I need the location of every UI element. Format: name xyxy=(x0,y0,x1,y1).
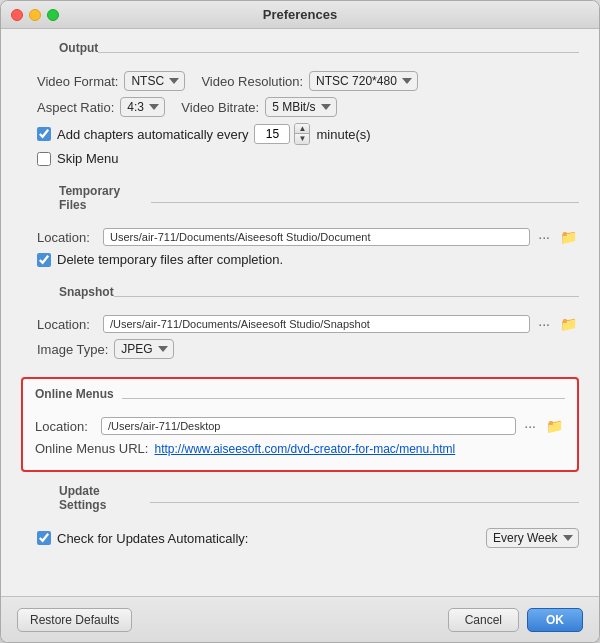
chapters-checkbox[interactable] xyxy=(37,127,51,141)
aspect-ratio-group: Aspect Ratio: 4:3 xyxy=(37,97,165,117)
snapshot-section: Snapshot Location: ··· 📁 Image Type: JPE… xyxy=(21,285,579,365)
content-area: Output Video Format: NTSC Video Resoluti… xyxy=(1,29,599,596)
online-menus-header: Online Menus xyxy=(35,387,114,401)
online-menus-folder-button[interactable]: 📁 xyxy=(544,418,565,434)
update-settings-header: Update Settings xyxy=(43,484,142,512)
online-menus-location-row: Location: ··· 📁 xyxy=(35,417,565,435)
online-menus-location-input[interactable] xyxy=(101,417,516,435)
video-resolution-group: Video Resolution: NTSC 720*480 xyxy=(201,71,418,91)
snapshot-dots-button[interactable]: ··· xyxy=(536,316,552,332)
aspect-bitrate-row: Aspect Ratio: 4:3 Video Bitrate: 5 MBit/… xyxy=(37,97,579,117)
temp-location-row: Location: ··· 📁 xyxy=(37,228,579,246)
snapshot-location-input[interactable] xyxy=(103,315,530,333)
video-bitrate-label: Video Bitrate: xyxy=(181,100,259,115)
temp-dots-button[interactable]: ··· xyxy=(536,229,552,245)
temp-folder-button[interactable]: 📁 xyxy=(558,229,579,245)
update-frequency-select[interactable]: Every Week xyxy=(486,528,579,548)
output-section: Output Video Format: NTSC Video Resoluti… xyxy=(21,41,579,172)
output-section-header: Output xyxy=(43,41,90,55)
online-menus-dots-button[interactable]: ··· xyxy=(522,418,538,434)
update-checkbox-text: Check for Updates Automatically: xyxy=(57,531,248,546)
update-checkbox-label[interactable]: Check for Updates Automatically: xyxy=(37,531,248,546)
cancel-button[interactable]: Cancel xyxy=(448,608,519,632)
image-type-label: Image Type: xyxy=(37,342,108,357)
delete-temp-label[interactable]: Delete temporary files after completion. xyxy=(37,252,283,267)
online-menus-location-label: Location: xyxy=(35,419,95,434)
aspect-ratio-label: Aspect Ratio: xyxy=(37,100,114,115)
temp-location-input[interactable] xyxy=(103,228,530,246)
minimize-button[interactable] xyxy=(29,9,41,21)
temp-location-label: Location: xyxy=(37,230,97,245)
video-bitrate-select[interactable]: 5 MBit/s xyxy=(265,97,337,117)
video-resolution-select[interactable]: NTSC 720*480 xyxy=(309,71,418,91)
skip-menu-label[interactable]: Skip Menu xyxy=(37,151,118,166)
close-button[interactable] xyxy=(11,9,23,21)
update-checkbox[interactable] xyxy=(37,531,51,545)
video-bitrate-group: Video Bitrate: 5 MBit/s xyxy=(181,97,337,117)
online-menus-url-link[interactable]: http://www.aiseesoft.com/dvd-creator-for… xyxy=(154,442,455,456)
video-format-label: Video Format: xyxy=(37,74,118,89)
ok-button[interactable]: OK xyxy=(527,608,583,632)
maximize-button[interactable] xyxy=(47,9,59,21)
snapshot-folder-button[interactable]: 📁 xyxy=(558,316,579,332)
image-type-select[interactable]: JPEG xyxy=(114,339,174,359)
traffic-lights xyxy=(11,9,59,21)
format-resolution-row: Video Format: NTSC Video Resolution: NTS… xyxy=(37,71,579,91)
delete-temp-checkbox[interactable] xyxy=(37,253,51,267)
snapshot-location-row: Location: ··· 📁 xyxy=(37,315,579,333)
snapshot-header: Snapshot xyxy=(43,285,106,299)
update-settings-group: Check for Updates Automatically: Every W… xyxy=(21,528,579,548)
chapters-label: Add chapters automatically every xyxy=(57,127,248,142)
chapters-number-input[interactable] xyxy=(254,124,290,144)
chapters-unit: minute(s) xyxy=(316,127,370,142)
output-group: Video Format: NTSC Video Resolution: NTS… xyxy=(21,71,579,166)
chapters-checkbox-label[interactable]: Add chapters automatically every xyxy=(37,127,248,142)
chapters-decrement-btn[interactable]: ▼ xyxy=(295,134,309,144)
restore-defaults-button[interactable]: Restore Defaults xyxy=(17,608,132,632)
right-buttons: Cancel OK xyxy=(448,608,583,632)
temp-files-section: Temporary Files Location: ··· 📁 Delete t… xyxy=(21,184,579,273)
video-format-select[interactable]: NTSC xyxy=(124,71,185,91)
online-menus-section: Online Menus Location: ··· 📁 Online Menu… xyxy=(21,377,579,472)
video-format-group: Video Format: NTSC xyxy=(37,71,185,91)
video-resolution-label: Video Resolution: xyxy=(201,74,303,89)
skip-menu-row: Skip Menu xyxy=(37,151,579,166)
snapshot-location-label: Location: xyxy=(37,317,97,332)
chapters-stepper: ▲ ▼ xyxy=(294,123,310,145)
bottom-bar: Restore Defaults Cancel OK xyxy=(1,596,599,642)
skip-menu-checkbox[interactable] xyxy=(37,152,51,166)
aspect-ratio-select[interactable]: 4:3 xyxy=(120,97,165,117)
online-menus-url-label: Online Menus URL: xyxy=(35,441,148,456)
chapters-input-group: ▲ ▼ xyxy=(254,123,310,145)
update-settings-section: Update Settings Check for Updates Automa… xyxy=(21,484,579,554)
temp-files-group: Location: ··· 📁 Delete temporary files a… xyxy=(21,228,579,267)
update-checkbox-row: Check for Updates Automatically: Every W… xyxy=(37,528,579,548)
skip-menu-text: Skip Menu xyxy=(57,151,118,166)
chapters-increment-btn[interactable]: ▲ xyxy=(295,124,309,134)
image-type-row: Image Type: JPEG xyxy=(37,339,579,359)
temp-files-header: Temporary Files xyxy=(43,184,143,212)
snapshot-group: Location: ··· 📁 Image Type: JPEG xyxy=(21,315,579,359)
chapters-row: Add chapters automatically every ▲ ▼ min… xyxy=(37,123,579,145)
delete-temp-row: Delete temporary files after completion. xyxy=(37,252,579,267)
window-title: Preferences xyxy=(263,7,337,22)
online-menus-url-row: Online Menus URL: http://www.aiseesoft.c… xyxy=(35,441,565,456)
titlebar: Preferences xyxy=(1,1,599,29)
delete-temp-text: Delete temporary files after completion. xyxy=(57,252,283,267)
preferences-window: Preferences Output Video Format: NTSC xyxy=(0,0,600,643)
